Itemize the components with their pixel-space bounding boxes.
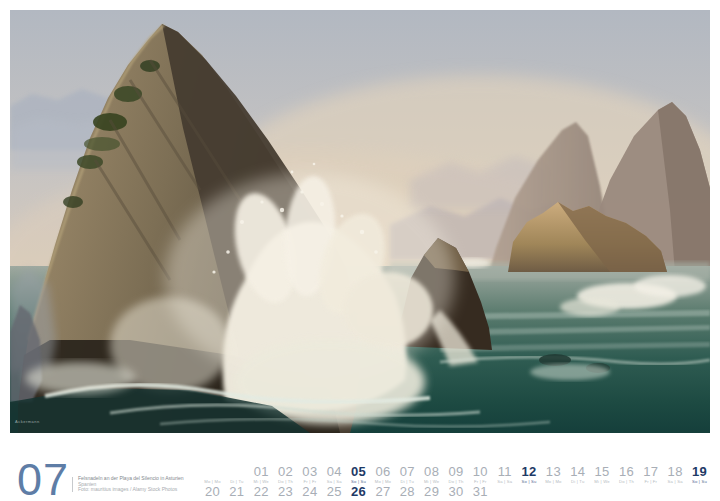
- calendar-page: Ackermann 07 Felsnadeln an der Playa del…: [0, 0, 720, 501]
- date-number-top: 14: [565, 465, 590, 479]
- calendar-photo: Ackermann: [10, 10, 710, 433]
- date-number-top: 12: [517, 465, 542, 479]
- date-number-top: 01: [249, 465, 274, 479]
- date-number-bottom: 31: [468, 485, 493, 499]
- date-number-bottom: 28: [395, 485, 420, 499]
- publisher-watermark: Ackermann: [15, 419, 40, 424]
- date-number-bottom: [614, 485, 639, 499]
- date-number-bottom: [517, 485, 542, 499]
- day-column: 02Do | Th23: [273, 465, 298, 499]
- date-number-top: 16: [614, 465, 639, 479]
- date-number-bottom: [687, 485, 712, 499]
- day-column: 04Sa | Sa25: [322, 465, 347, 499]
- day-column: 09Do | Th30: [444, 465, 469, 499]
- date-number-bottom: [663, 485, 688, 499]
- date-number-top: 03: [297, 465, 322, 479]
- date-number-bottom: 23: [273, 485, 298, 499]
- date-number-bottom: 24: [297, 485, 322, 499]
- date-number-bottom: 26: [346, 485, 371, 499]
- day-column: Mo | Mo20: [200, 465, 225, 499]
- date-number-top: 08: [419, 465, 444, 479]
- day-column: 01Mi | We22: [249, 465, 274, 499]
- date-number-top: 09: [444, 465, 469, 479]
- date-number-bottom: [638, 485, 663, 499]
- date-number-bottom: 27: [370, 485, 395, 499]
- day-column: 13Mo | Mo: [541, 465, 566, 499]
- date-number-top: 13: [541, 465, 566, 479]
- date-number-top: 19: [687, 465, 712, 479]
- date-number-top: 10: [468, 465, 493, 479]
- date-number-top: 07: [395, 465, 420, 479]
- day-column: 05So | Su26: [346, 465, 371, 499]
- date-number-bottom: 22: [249, 485, 274, 499]
- day-column: 12So | Su: [517, 465, 542, 499]
- date-number-top: 05: [346, 465, 371, 479]
- day-column: 06Mo | Mo27: [370, 465, 395, 499]
- date-number-top: 04: [322, 465, 347, 479]
- date-number-bottom: 20: [200, 485, 225, 499]
- date-number-bottom: 29: [419, 485, 444, 499]
- date-number-top: 02: [273, 465, 298, 479]
- date-number-bottom: [492, 485, 517, 499]
- date-number-bottom: [541, 485, 566, 499]
- caption-divider: [72, 477, 73, 492]
- date-number-bottom: 25: [322, 485, 347, 499]
- date-number-top: 18: [663, 465, 688, 479]
- month-number: 07: [17, 458, 69, 501]
- day-column: 18Sa | Sa: [663, 465, 688, 499]
- date-number-bottom: 30: [444, 485, 469, 499]
- date-strip: Mo | Mo20Di | Tu2101Mi | We2202Do | Th23…: [200, 465, 712, 501]
- day-column: 11Sa | Sa: [492, 465, 517, 499]
- day-column: 16Do | Th: [614, 465, 639, 499]
- date-number-bottom: [590, 485, 615, 499]
- date-number-top: [200, 465, 225, 479]
- date-number-top: [224, 465, 249, 479]
- day-column: 07Di | Tu28: [395, 465, 420, 499]
- day-column: 17Fr | Fr: [638, 465, 663, 499]
- date-number-bottom: [565, 485, 590, 499]
- date-number-top: 06: [370, 465, 395, 479]
- date-number-bottom: 21: [224, 485, 249, 499]
- day-column: 14Di | Tu: [565, 465, 590, 499]
- day-column: 03Fr | Fr24: [297, 465, 322, 499]
- date-number-top: 11: [492, 465, 517, 479]
- date-number-top: 15: [590, 465, 615, 479]
- date-number-top: 17: [638, 465, 663, 479]
- day-column: 15Mi | We: [590, 465, 615, 499]
- day-column: 08Mi | We29: [419, 465, 444, 499]
- day-column: Di | Tu21: [224, 465, 249, 499]
- day-column: 19So | Su: [687, 465, 712, 499]
- day-column: 10Fr | Fr31: [468, 465, 493, 499]
